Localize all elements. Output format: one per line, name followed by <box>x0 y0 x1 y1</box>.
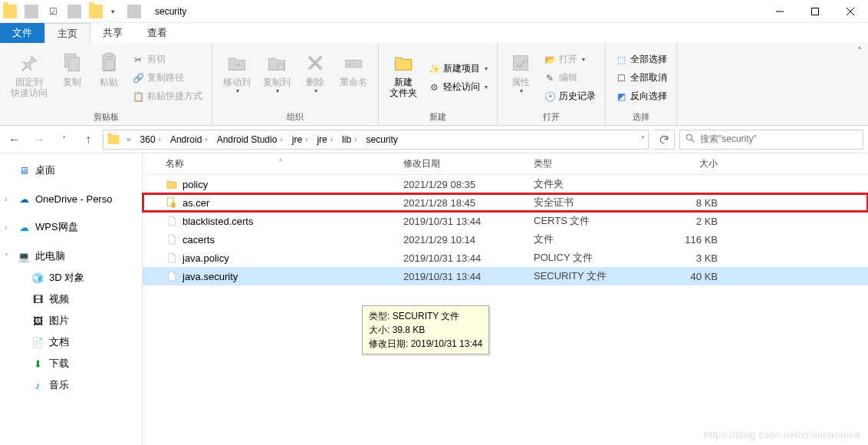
table-row[interactable]: java.policy2019/10/31 13:44POLICY 文件3 KB <box>143 249 868 267</box>
svg-rect-9 <box>278 64 284 70</box>
sidebar-item-documents[interactable]: 📄文档 <box>0 331 142 353</box>
qat-folder-icon[interactable] <box>89 5 103 18</box>
history-button[interactable]: 🕑历史记录 <box>541 88 599 105</box>
move-to-button[interactable]: 移动到▾ <box>219 49 255 107</box>
music-icon: ♪ <box>31 379 44 391</box>
sidebar-item-downloads[interactable]: ⬇下载 <box>0 353 142 374</box>
breadcrumb-item[interactable]: security <box>363 134 400 145</box>
breadcrumb-item[interactable]: Android› <box>167 134 212 145</box>
sidebar-item-pictures[interactable]: 🖼图片 <box>0 310 142 331</box>
file-icon <box>166 215 178 227</box>
tab-share[interactable]: 共享 <box>90 23 135 43</box>
rename-button[interactable]: 重命名 <box>335 49 372 107</box>
svg-rect-8 <box>105 59 114 70</box>
open-button[interactable]: 📂打开▾ <box>541 51 599 68</box>
watermark: https://blog.csdn.net/cristinamona <box>704 429 860 440</box>
sidebar-item-music[interactable]: ♪音乐 <box>0 374 142 396</box>
invert-selection-button[interactable]: ◩反向选择 <box>612 88 670 105</box>
file-icon <box>166 233 178 246</box>
new-item-button[interactable]: ✨新建项目▾ <box>425 61 491 77</box>
close-button[interactable] <box>833 0 868 23</box>
paste-button[interactable]: 粘贴 <box>92 49 126 107</box>
qat-dropdown-icon[interactable]: ▾ <box>106 5 120 18</box>
breadcrumb[interactable]: « 360› Android› Android Studio› jre› jre… <box>103 130 649 150</box>
file-name: java.policy <box>182 252 229 264</box>
new-folder-button[interactable]: 新建 文件夹 <box>385 49 422 107</box>
sidebar-item-onedrive[interactable]: › ☁ OneDrive - Perso <box>0 189 142 209</box>
tab-home[interactable]: 主页 <box>44 23 90 43</box>
select-none-button[interactable]: ☐全部取消 <box>612 70 670 87</box>
back-button[interactable]: ← <box>5 130 25 150</box>
paste-shortcut-button[interactable]: 📋粘贴快捷方式 <box>129 88 205 105</box>
breadcrumb-item[interactable]: jre› <box>314 134 337 145</box>
properties-button[interactable]: 属性▾ <box>504 49 538 107</box>
ribbon: 固定到 快速访问 复制 粘贴 ✂剪切 🔗复制路径 📋粘贴快捷方式 剪 <box>0 43 868 126</box>
titlebar: ☑ ▾ security <box>0 0 868 23</box>
sidebar-item-thispc[interactable]: ˅ 💻 此电脑 <box>0 246 142 267</box>
sidebar-item-3d-objects[interactable]: 🧊3D 对象 <box>0 267 142 288</box>
column-date[interactable]: 修改日期 <box>403 157 534 170</box>
breadcrumb-dropdown-icon[interactable]: ˅ <box>641 135 645 143</box>
table-row[interactable]: as.cer2021/1/28 18:45安全证书8 KB <box>143 193 868 212</box>
breadcrumb-item[interactable]: jre› <box>289 134 313 145</box>
table-row[interactable]: java.security2019/10/31 13:44SECURITY 文件… <box>143 267 868 285</box>
group-select-label: 选择 <box>633 110 649 125</box>
table-row[interactable]: policy2021/1/29 08:35文件夹 <box>143 175 868 193</box>
column-headers: 名称 ˄ 修改日期 类型 大小 <box>143 153 868 175</box>
copy-path-button[interactable]: 🔗复制路径 <box>129 70 205 87</box>
file-date: 2019/10/31 13:44 <box>403 252 534 264</box>
address-bar: ← → ˅ ↑ « 360› Android› Android Studio› … <box>0 126 868 153</box>
select-all-button[interactable]: ⬚全部选择 <box>612 51 670 68</box>
paste-icon <box>97 51 121 75</box>
chevron-down-icon[interactable]: ˅ <box>5 252 8 261</box>
svg-point-18 <box>171 203 175 206</box>
column-name[interactable]: 名称 ˄ <box>166 157 403 170</box>
tab-view[interactable]: 查看 <box>135 23 179 43</box>
new-folder-icon <box>391 51 416 75</box>
tab-file[interactable]: 文件 <box>0 23 44 43</box>
file-icon <box>166 252 178 264</box>
chevron-right-icon[interactable]: › <box>5 195 7 203</box>
column-size[interactable]: 大小 <box>649 157 718 170</box>
refresh-button[interactable] <box>653 130 675 150</box>
svg-rect-5 <box>68 58 79 71</box>
file-name: policy <box>182 179 208 190</box>
chevron-right-icon[interactable]: « <box>125 135 133 143</box>
copy-button[interactable]: 复制 <box>55 49 89 107</box>
recent-locations-button[interactable]: ˅ <box>54 130 74 150</box>
minimize-button[interactable] <box>762 0 797 23</box>
file-type: SECURITY 文件 <box>534 269 649 283</box>
film-icon: 🎞 <box>31 293 44 305</box>
collapse-ribbon-icon[interactable]: ˄ <box>857 46 862 57</box>
qat-checkbox-icon[interactable]: ☑ <box>46 5 60 18</box>
sidebar-item-wps[interactable]: › ☁ WPS网盘 <box>0 216 142 238</box>
table-row[interactable]: cacerts2021/1/29 10:14文件116 KB <box>143 230 868 249</box>
chevron-right-icon[interactable]: › <box>5 223 7 232</box>
search-input[interactable]: 搜索"security" <box>679 130 863 150</box>
forward-button[interactable]: → <box>29 130 49 150</box>
up-button[interactable]: ↑ <box>78 130 98 150</box>
copy-to-button[interactable]: 复制到▾ <box>258 49 295 107</box>
sidebar-item-desktop[interactable]: 🖥 桌面 <box>0 160 142 181</box>
column-type[interactable]: 类型 <box>534 157 649 170</box>
breadcrumb-item[interactable]: lib› <box>339 134 361 145</box>
edit-button[interactable]: ✎编辑 <box>541 70 599 87</box>
breadcrumb-item[interactable]: 360› <box>137 134 166 145</box>
maximize-button[interactable] <box>797 0 833 23</box>
delete-button[interactable]: 删除▾ <box>298 49 332 107</box>
cut-button[interactable]: ✂剪切 <box>129 51 205 68</box>
folder-app-icon <box>3 5 17 18</box>
menu-tabs: 文件 主页 共享 查看 <box>0 23 868 43</box>
group-new-label: 新建 <box>429 110 446 125</box>
group-open-label: 打开 <box>543 110 560 125</box>
file-size: 3 KB <box>649 252 718 264</box>
table-row[interactable]: blacklisted.certs2019/10/31 13:44CERTS 文… <box>143 212 868 230</box>
svg-rect-7 <box>105 53 112 57</box>
pin-to-quick-access-button[interactable]: 固定到 快速访问 <box>6 49 52 107</box>
document-icon: 📄 <box>31 336 44 348</box>
breadcrumb-item[interactable]: Android Studio› <box>214 134 288 145</box>
easy-access-button[interactable]: ⚙轻松访问▾ <box>425 79 491 96</box>
svg-rect-1 <box>812 8 819 15</box>
sidebar-item-videos[interactable]: 🎞视频 <box>0 288 142 310</box>
rename-icon <box>341 51 366 75</box>
